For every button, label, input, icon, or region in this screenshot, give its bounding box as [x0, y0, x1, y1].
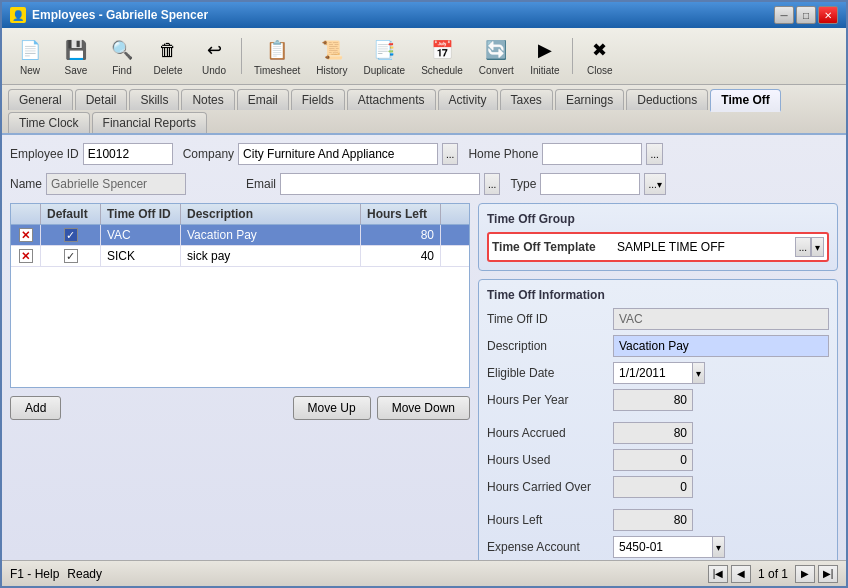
close-button[interactable]: ✖ Close [578, 32, 622, 80]
template-input[interactable] [612, 237, 795, 257]
tab-taxes[interactable]: Taxes [500, 89, 553, 110]
find-button[interactable]: 🔍 Find [100, 32, 144, 80]
row1-x-cell: ✕ [11, 225, 41, 245]
left-panel: Default Time Off ID Description Hours Le… [10, 203, 470, 560]
toolbar-separator-2 [572, 38, 573, 74]
convert-button[interactable]: 🔄 Convert [472, 32, 521, 80]
hours-per-year-label: Hours Per Year [487, 393, 607, 407]
time-off-group-title: Time Off Group [487, 212, 829, 226]
minimize-button[interactable]: ─ [774, 6, 794, 24]
tab-notes[interactable]: Notes [181, 89, 234, 110]
tab-timeclock[interactable]: Time Clock [8, 112, 90, 133]
expense-account-label: Expense Account [487, 540, 607, 554]
status-text: Ready [67, 567, 102, 581]
hours-left-label: Hours Left [487, 513, 607, 527]
type-label: Type [510, 177, 536, 191]
content-columns: Default Time Off ID Description Hours Le… [10, 203, 838, 560]
history-button[interactable]: 📜 History [309, 32, 354, 80]
time-off-id-input[interactable] [613, 308, 829, 330]
time-off-grid: Default Time Off ID Description Hours Le… [10, 203, 470, 388]
hours-used-input[interactable] [613, 449, 693, 471]
eligible-date-picker-button[interactable]: ▾ [693, 362, 705, 384]
new-button[interactable]: 📄 New [8, 32, 52, 80]
app-icon: 👤 [10, 7, 26, 23]
tab-skills[interactable]: Skills [129, 89, 179, 110]
employee-id-label: Employee ID [10, 147, 79, 161]
row2-id-cell: SICK [101, 246, 181, 266]
hours-accrued-input[interactable] [613, 422, 693, 444]
tab-attachments[interactable]: Attachments [347, 89, 436, 110]
page-info: 1 of 1 [758, 567, 788, 581]
home-phone-label: Home Phone [468, 147, 538, 161]
find-icon: 🔍 [108, 36, 136, 64]
initiate-icon: ▶ [531, 36, 559, 64]
tab-bar: General Detail Skills Notes Email Fields… [2, 85, 846, 135]
home-phone-lookup-button[interactable]: ... [646, 143, 662, 165]
next-record-button[interactable]: ▶ [795, 565, 815, 583]
table-row[interactable]: ✕ ✓ VAC Vacation Pay 80 [11, 225, 469, 246]
tab-fields[interactable]: Fields [291, 89, 345, 110]
email-lookup-button[interactable]: ... [484, 173, 500, 195]
name-input[interactable] [46, 173, 186, 195]
move-down-button[interactable]: Move Down [377, 396, 470, 420]
row2-x-checkbox[interactable]: ✕ [19, 249, 33, 263]
eligible-date-row: Eligible Date ▾ [487, 362, 829, 384]
description-input[interactable] [613, 335, 829, 357]
hours-left-input[interactable] [613, 509, 693, 531]
company-input[interactable] [238, 143, 438, 165]
expense-account-input[interactable] [613, 536, 713, 558]
col-x-header [11, 204, 41, 224]
template-lookup-button[interactable]: ... [795, 237, 811, 257]
maximize-button[interactable]: □ [796, 6, 816, 24]
email-label: Email [246, 177, 276, 191]
type-lookup-button[interactable]: ...▾ [644, 173, 665, 195]
first-record-button[interactable]: |◀ [708, 565, 728, 583]
eligible-date-input[interactable] [613, 362, 693, 384]
description-label: Description [487, 339, 607, 353]
hours-carried-row: Hours Carried Over [487, 476, 829, 498]
schedule-button[interactable]: 📅 Schedule [414, 32, 470, 80]
email-group: Email ... [246, 173, 500, 195]
employee-id-input[interactable] [83, 143, 173, 165]
convert-icon: 🔄 [482, 36, 510, 64]
tab-earnings[interactable]: Earnings [555, 89, 624, 110]
type-input[interactable] [540, 173, 640, 195]
expense-account-dropdown-button[interactable]: ▾ [713, 536, 725, 558]
delete-button[interactable]: 🗑 Delete [146, 32, 190, 80]
duplicate-button[interactable]: 📑 Duplicate [356, 32, 412, 80]
col-hours-header: Hours Left [361, 204, 441, 224]
history-icon: 📜 [318, 36, 346, 64]
add-button[interactable]: Add [10, 396, 61, 420]
company-lookup-button[interactable]: ... [442, 143, 458, 165]
close-window-button[interactable]: ✕ [818, 6, 838, 24]
expense-account-wrap: ▾ [613, 536, 725, 558]
hours-carried-input[interactable] [613, 476, 693, 498]
email-input[interactable] [280, 173, 480, 195]
row1-default-checkbox[interactable]: ✓ [64, 228, 78, 242]
col-desc-header: Description [181, 204, 361, 224]
tab-timeoff[interactable]: Time Off [710, 89, 780, 112]
initiate-button[interactable]: ▶ Initiate [523, 32, 567, 80]
row1-default-cell: ✓ [41, 225, 101, 245]
save-button[interactable]: 💾 Save [54, 32, 98, 80]
tab-financial[interactable]: Financial Reports [92, 112, 207, 133]
row1-x-checkbox[interactable]: ✕ [19, 228, 33, 242]
bottom-buttons: Add Move Up Move Down [10, 396, 470, 420]
tab-detail[interactable]: Detail [75, 89, 128, 110]
undo-button[interactable]: ↩ Undo [192, 32, 236, 80]
hours-per-year-input[interactable] [613, 389, 693, 411]
last-record-button[interactable]: ▶| [818, 565, 838, 583]
hours-used-label: Hours Used [487, 453, 607, 467]
tab-general[interactable]: General [8, 89, 73, 110]
tab-deductions[interactable]: Deductions [626, 89, 708, 110]
move-up-button[interactable]: Move Up [293, 396, 371, 420]
prev-record-button[interactable]: ◀ [731, 565, 751, 583]
table-row[interactable]: ✕ ✓ SICK sick pay 40 [11, 246, 469, 267]
row2-default-checkbox[interactable]: ✓ [64, 249, 78, 263]
template-dropdown-button[interactable]: ▾ [811, 237, 824, 257]
tab-email[interactable]: Email [237, 89, 289, 110]
home-phone-input[interactable] [542, 143, 642, 165]
timesheet-button[interactable]: 📋 Timesheet [247, 32, 307, 80]
tab-activity[interactable]: Activity [438, 89, 498, 110]
tab-content: Employee ID Company ... Home Phone ... N… [2, 135, 846, 560]
